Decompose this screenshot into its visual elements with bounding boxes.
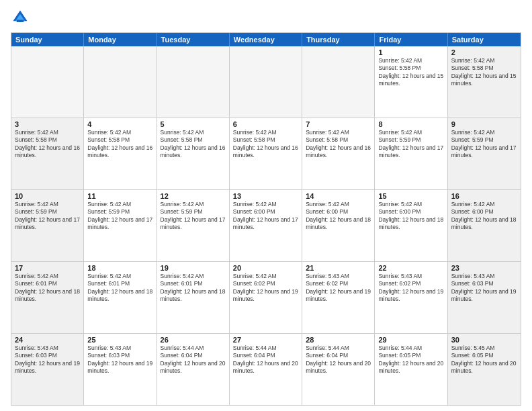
day-number: 30 — [451, 336, 517, 344]
day-number: 7 — [306, 120, 371, 128]
calendar-cell-1-2 — [84, 46, 157, 118]
day-info: Sunrise: 5:42 AM Sunset: 5:58 PM Dayligh… — [378, 57, 443, 88]
calendar-row-1: 1Sunrise: 5:42 AM Sunset: 5:58 PM Daylig… — [11, 46, 521, 118]
day-info: Sunrise: 5:42 AM Sunset: 6:02 PM Dayligh… — [233, 273, 298, 304]
day-number: 3 — [15, 120, 80, 128]
calendar-cell-1-4 — [230, 46, 302, 118]
calendar-cell-3-7: 16Sunrise: 5:42 AM Sunset: 6:00 PM Dayli… — [448, 190, 521, 261]
day-info: Sunrise: 5:43 AM Sunset: 6:03 PM Dayligh… — [451, 273, 517, 304]
day-info: Sunrise: 5:43 AM Sunset: 6:02 PM Dayligh… — [306, 273, 371, 304]
day-info: Sunrise: 5:42 AM Sunset: 6:01 PM Dayligh… — [15, 273, 80, 304]
calendar-cell-4-1: 17Sunrise: 5:42 AM Sunset: 6:01 PM Dayli… — [11, 262, 84, 333]
calendar-cell-3-5: 14Sunrise: 5:42 AM Sunset: 6:00 PM Dayli… — [302, 190, 375, 261]
day-number: 24 — [15, 336, 80, 344]
day-number: 15 — [378, 192, 443, 200]
day-info: Sunrise: 5:42 AM Sunset: 5:59 PM Dayligh… — [161, 201, 226, 232]
day-info: Sunrise: 5:42 AM Sunset: 6:00 PM Dayligh… — [378, 201, 443, 232]
calendar-cell-5-3: 26Sunrise: 5:44 AM Sunset: 6:04 PM Dayli… — [157, 334, 230, 405]
day-info: Sunrise: 5:42 AM Sunset: 5:58 PM Dayligh… — [306, 129, 371, 160]
calendar-cell-2-1: 3Sunrise: 5:42 AM Sunset: 5:58 PM Daylig… — [11, 118, 84, 189]
weekday-header-wednesday: Wednesday — [230, 33, 302, 46]
day-number: 22 — [378, 264, 443, 272]
day-number: 25 — [87, 336, 152, 344]
header — [11, 8, 521, 27]
day-info: Sunrise: 5:42 AM Sunset: 5:59 PM Dayligh… — [87, 201, 152, 232]
calendar-cell-4-5: 21Sunrise: 5:43 AM Sunset: 6:02 PM Dayli… — [302, 262, 375, 333]
day-number: 5 — [161, 120, 226, 128]
day-info: Sunrise: 5:42 AM Sunset: 5:58 PM Dayligh… — [15, 129, 80, 160]
day-number: 11 — [87, 192, 152, 200]
day-info: Sunrise: 5:42 AM Sunset: 5:59 PM Dayligh… — [451, 129, 517, 160]
day-number: 18 — [87, 264, 152, 272]
calendar-cell-5-5: 28Sunrise: 5:44 AM Sunset: 6:04 PM Dayli… — [302, 334, 375, 405]
calendar-cell-4-2: 18Sunrise: 5:42 AM Sunset: 6:01 PM Dayli… — [84, 262, 157, 333]
day-number: 20 — [233, 264, 298, 272]
day-info: Sunrise: 5:42 AM Sunset: 6:00 PM Dayligh… — [451, 201, 517, 232]
day-number: 17 — [15, 264, 80, 272]
day-number: 13 — [233, 192, 298, 200]
calendar-header: SundayMondayTuesdayWednesdayThursdayFrid… — [11, 33, 521, 46]
calendar-cell-1-6: 1Sunrise: 5:42 AM Sunset: 5:58 PM Daylig… — [375, 46, 447, 118]
day-number: 9 — [451, 120, 517, 128]
calendar-cell-1-5 — [302, 46, 375, 118]
weekday-header-sunday: Sunday — [11, 33, 84, 46]
day-info: Sunrise: 5:45 AM Sunset: 6:05 PM Dayligh… — [451, 345, 517, 375]
day-number: 21 — [306, 264, 371, 272]
day-info: Sunrise: 5:44 AM Sunset: 6:04 PM Dayligh… — [161, 345, 226, 375]
day-info: Sunrise: 5:44 AM Sunset: 6:04 PM Dayligh… — [306, 345, 371, 375]
calendar-cell-3-6: 15Sunrise: 5:42 AM Sunset: 6:00 PM Dayli… — [375, 190, 447, 261]
logo-icon — [11, 8, 30, 27]
day-number: 28 — [306, 336, 371, 344]
day-info: Sunrise: 5:42 AM Sunset: 5:59 PM Dayligh… — [378, 129, 443, 160]
day-info: Sunrise: 5:42 AM Sunset: 5:58 PM Dayligh… — [451, 57, 517, 88]
day-info: Sunrise: 5:43 AM Sunset: 6:03 PM Dayligh… — [15, 345, 80, 375]
calendar-cell-5-7: 30Sunrise: 5:45 AM Sunset: 6:05 PM Dayli… — [448, 334, 521, 405]
calendar-row-5: 24Sunrise: 5:43 AM Sunset: 6:03 PM Dayli… — [11, 333, 521, 405]
day-info: Sunrise: 5:42 AM Sunset: 6:00 PM Dayligh… — [233, 201, 298, 232]
calendar-cell-2-3: 5Sunrise: 5:42 AM Sunset: 5:58 PM Daylig… — [157, 118, 230, 189]
day-number: 4 — [87, 120, 152, 128]
calendar-cell-5-4: 27Sunrise: 5:44 AM Sunset: 6:04 PM Dayli… — [230, 334, 302, 405]
day-number: 14 — [306, 192, 371, 200]
calendar-cell-4-4: 20Sunrise: 5:42 AM Sunset: 6:02 PM Dayli… — [230, 262, 302, 333]
day-number: 1 — [378, 48, 443, 56]
calendar-cell-1-7: 2Sunrise: 5:42 AM Sunset: 5:58 PM Daylig… — [448, 46, 521, 118]
weekday-header-thursday: Thursday — [302, 33, 375, 46]
calendar-cell-2-5: 7Sunrise: 5:42 AM Sunset: 5:58 PM Daylig… — [302, 118, 375, 189]
day-number: 8 — [378, 120, 443, 128]
day-number: 16 — [451, 192, 517, 200]
calendar-cell-4-6: 22Sunrise: 5:43 AM Sunset: 6:02 PM Dayli… — [375, 262, 447, 333]
calendar-cell-5-6: 29Sunrise: 5:44 AM Sunset: 6:05 PM Dayli… — [375, 334, 447, 405]
calendar-cell-4-3: 19Sunrise: 5:42 AM Sunset: 6:01 PM Dayli… — [157, 262, 230, 333]
day-info: Sunrise: 5:42 AM Sunset: 6:00 PM Dayligh… — [306, 201, 371, 232]
calendar-row-4: 17Sunrise: 5:42 AM Sunset: 6:01 PM Dayli… — [11, 261, 521, 333]
calendar-cell-3-4: 13Sunrise: 5:42 AM Sunset: 6:00 PM Dayli… — [230, 190, 302, 261]
calendar-cell-2-6: 8Sunrise: 5:42 AM Sunset: 5:59 PM Daylig… — [375, 118, 447, 189]
calendar-cell-2-4: 6Sunrise: 5:42 AM Sunset: 5:58 PM Daylig… — [230, 118, 302, 189]
day-number: 27 — [233, 336, 298, 344]
calendar-cell-1-1 — [11, 46, 84, 118]
svg-rect-2 — [17, 20, 24, 23]
calendar-cell-4-7: 23Sunrise: 5:43 AM Sunset: 6:03 PM Dayli… — [448, 262, 521, 333]
calendar-row-2: 3Sunrise: 5:42 AM Sunset: 5:58 PM Daylig… — [11, 118, 521, 189]
day-info: Sunrise: 5:42 AM Sunset: 6:01 PM Dayligh… — [87, 273, 152, 304]
weekday-header-saturday: Saturday — [448, 33, 521, 46]
calendar-cell-1-3 — [157, 46, 230, 118]
day-number: 2 — [451, 48, 517, 56]
calendar-cell-3-3: 12Sunrise: 5:42 AM Sunset: 5:59 PM Dayli… — [157, 190, 230, 261]
day-number: 12 — [161, 192, 226, 200]
calendar-body: 1Sunrise: 5:42 AM Sunset: 5:58 PM Daylig… — [11, 46, 521, 405]
page: SundayMondayTuesdayWednesdayThursdayFrid… — [0, 0, 532, 411]
day-number: 10 — [15, 192, 80, 200]
day-info: Sunrise: 5:44 AM Sunset: 6:05 PM Dayligh… — [378, 345, 443, 375]
calendar-row-3: 10Sunrise: 5:42 AM Sunset: 5:59 PM Dayli… — [11, 189, 521, 261]
calendar-cell-2-2: 4Sunrise: 5:42 AM Sunset: 5:58 PM Daylig… — [84, 118, 157, 189]
calendar-cell-3-1: 10Sunrise: 5:42 AM Sunset: 5:59 PM Dayli… — [11, 190, 84, 261]
logo — [11, 8, 32, 27]
day-info: Sunrise: 5:44 AM Sunset: 6:04 PM Dayligh… — [233, 345, 298, 375]
calendar-cell-5-1: 24Sunrise: 5:43 AM Sunset: 6:03 PM Dayli… — [11, 334, 84, 405]
calendar-cell-5-2: 25Sunrise: 5:43 AM Sunset: 6:03 PM Dayli… — [84, 334, 157, 405]
day-number: 26 — [161, 336, 226, 344]
day-number: 23 — [451, 264, 517, 272]
weekday-header-monday: Monday — [84, 33, 157, 46]
